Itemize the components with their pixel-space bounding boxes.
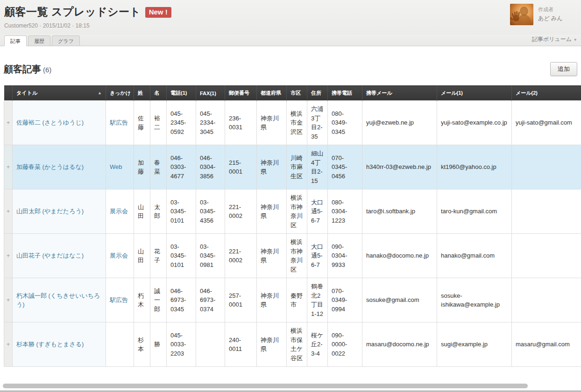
table-row: +朽木誠一郎 (くちきせいいちろう)駅広告朽木誠一郎046-6973-03450… — [4, 278, 581, 322]
cell-expand: + — [4, 234, 13, 278]
cell-mobile_mail: yuji@ezweb.ne.jp — [362, 101, 437, 145]
cell-trigger: Web — [106, 145, 134, 189]
table-row: +山田太郎 (やまだたろう)展示会山田太郎03-0345-010103-0345… — [4, 189, 581, 234]
cell-last: 杉本 — [134, 322, 150, 367]
trigger-link[interactable]: Web — [110, 163, 122, 170]
cell-mobile: 070-0345-0456 — [328, 145, 362, 189]
cell-trigger — [106, 322, 134, 367]
add-button[interactable]: 追加 — [550, 62, 577, 76]
cell-zip: 257-0001 — [225, 278, 257, 322]
cell-mail2: masaru@gmail.com — [512, 322, 581, 367]
tab-article[interactable]: 記事 — [4, 35, 27, 46]
record-meta: Customer520 · 2015/11/02 · 18:15 — [4, 22, 581, 29]
avatar — [510, 4, 533, 25]
title-link[interactable]: 佐藤裕二 (さとうゆうじ) — [16, 119, 84, 126]
column-header[interactable]: 携帯電話 — [328, 86, 362, 101]
cell-first: 裕二 — [150, 101, 167, 145]
table-container: タイトル▲きっかけ姓名電話(1)FAX(1)郵便番号都道府県市区住所携帯電話携帯… — [4, 85, 581, 367]
cell-tel: 03-0345-0101 — [167, 234, 196, 278]
cell-trigger: 展示会 — [106, 234, 134, 278]
horizontal-scrollbar[interactable] — [3, 384, 578, 388]
cell-first: 太郎 — [150, 189, 167, 234]
column-header[interactable]: 市区 — [287, 86, 307, 101]
cell-mail1: sugi@example.jp — [437, 322, 512, 367]
page-header: 顧客一覧 スプレッドシート New ! Customer520 · 2015/1… — [0, 0, 581, 35]
column-header[interactable]: 住所 — [307, 86, 328, 101]
cell-city: 横浜市神奈川区 — [287, 189, 307, 234]
column-header[interactable]: 携帯メール — [362, 86, 437, 101]
row-expand-button[interactable]: + — [7, 163, 10, 170]
column-header[interactable]: きっかけ — [106, 86, 134, 101]
expand-column-header — [4, 86, 13, 101]
cell-expand: + — [4, 101, 13, 145]
cell-mail1: kt1960@yahoo.co.jp — [437, 145, 512, 189]
cell-pref: 神奈川県 — [257, 189, 287, 234]
tab-graph[interactable]: グラフ — [52, 35, 80, 46]
column-header[interactable]: 名 — [150, 86, 167, 101]
cell-addr: 大口通5-6-7 — [307, 189, 328, 234]
cell-fax: 03-0345-0981 — [196, 234, 225, 278]
column-header[interactable]: FAX(1) — [196, 86, 225, 101]
volume-dropdown-label: 記事ボリューム — [532, 36, 572, 42]
cell-addr: 六浦3丁目2-35 — [307, 101, 328, 145]
row-expand-button[interactable]: + — [7, 252, 10, 259]
cell-mobile: 080-0304-1223 — [328, 189, 362, 234]
cell-expand: + — [4, 145, 13, 189]
table-header-row: タイトル▲きっかけ姓名電話(1)FAX(1)郵便番号都道府県市区住所携帯電話携帯… — [4, 86, 581, 101]
chevron-down-icon: ▾ — [574, 37, 576, 42]
column-header[interactable]: 都道府県 — [257, 86, 287, 101]
cell-last: 朽木 — [134, 278, 150, 322]
scrollbar-thumb[interactable] — [3, 384, 528, 388]
trigger-link[interactable]: 展示会 — [110, 208, 128, 215]
trigger-link[interactable]: 駅広告 — [110, 119, 128, 126]
title-link[interactable]: 山田太郎 (やまだたろう) — [16, 208, 84, 215]
cell-zip: 240-0011 — [225, 322, 257, 367]
cell-mail1: sosuke-ishikawa@example.jp — [437, 278, 512, 322]
title-link[interactable]: 山田花子 (やまだはなこ) — [16, 252, 84, 259]
row-expand-button[interactable]: + — [7, 296, 10, 303]
trigger-link[interactable]: 展示会 — [110, 252, 128, 259]
main-content: 顧客記事(6) 追加 タイトル▲きっかけ姓名電話(1)FAX(1)郵便番号都道府… — [0, 60, 581, 367]
cell-tel: 046-0303-4677 — [167, 145, 196, 189]
cell-first: 花子 — [150, 234, 167, 278]
title-link[interactable]: 杉本勝 (すぎもとまさる) — [16, 341, 84, 348]
cell-expand: + — [4, 189, 13, 234]
tab-strip: 記事履歴グラフ 記事ボリューム ▾ — [0, 35, 581, 46]
cell-tel: 045-0033-2203 — [167, 322, 196, 367]
tab-history[interactable]: 履歴 — [28, 35, 50, 46]
column-header[interactable]: タイトル▲ — [13, 86, 106, 101]
column-header[interactable]: 郵便番号 — [225, 86, 257, 101]
page: 顧客一覧 スプレッドシート New ! Customer520 · 2015/1… — [0, 0, 581, 392]
cell-mobile: 080-0349-0345 — [328, 101, 362, 145]
cell-mobile_mail: hanako@docomo.ne.jp — [362, 234, 437, 278]
row-expand-button[interactable]: + — [7, 119, 10, 126]
title-link[interactable]: 加藤春菜 (かとうはるな) — [16, 163, 84, 170]
creator-name: あど みん — [538, 14, 562, 23]
row-expand-button[interactable]: + — [7, 208, 10, 215]
column-header[interactable]: 姓 — [134, 86, 150, 101]
cell-mail2 — [512, 278, 581, 322]
cell-last: 山田 — [134, 234, 150, 278]
column-header[interactable]: メール(2) — [512, 86, 581, 101]
cell-zip: 236-0031 — [225, 101, 257, 145]
creator-label: 作成者 — [538, 6, 562, 14]
cell-mail1: hanako@gmail.com — [437, 234, 512, 278]
cell-expand: + — [4, 322, 13, 367]
cell-mobile_mail: h340rr-03@ezweb.ne.jp — [362, 145, 437, 189]
section-title: 顧客記事(6) — [4, 63, 51, 76]
title-link[interactable]: 朽木誠一郎 (くちきせいいちろう) — [16, 292, 100, 308]
cell-mail2: yuji-sato@gmail.com — [512, 101, 581, 145]
cell-tel: 03-0345-0101 — [167, 189, 196, 234]
column-header[interactable]: 電話(1) — [167, 86, 196, 101]
cell-addr: 細山4丁目2-15 — [307, 145, 328, 189]
cell-trigger: 駅広告 — [106, 101, 134, 145]
cell-mobile: 070-0349-0994 — [328, 278, 362, 322]
column-header[interactable]: メール(1) — [437, 86, 512, 101]
cell-title: 山田太郎 (やまだたろう) — [13, 189, 106, 234]
trigger-link[interactable]: 駅広告 — [110, 296, 128, 303]
row-expand-button[interactable]: + — [7, 341, 10, 348]
cell-mail2 — [512, 145, 581, 189]
cell-mail2 — [512, 234, 581, 278]
volume-dropdown[interactable]: 記事ボリューム ▾ — [532, 35, 576, 43]
cell-city: 横浜市金沢区 — [287, 101, 307, 145]
